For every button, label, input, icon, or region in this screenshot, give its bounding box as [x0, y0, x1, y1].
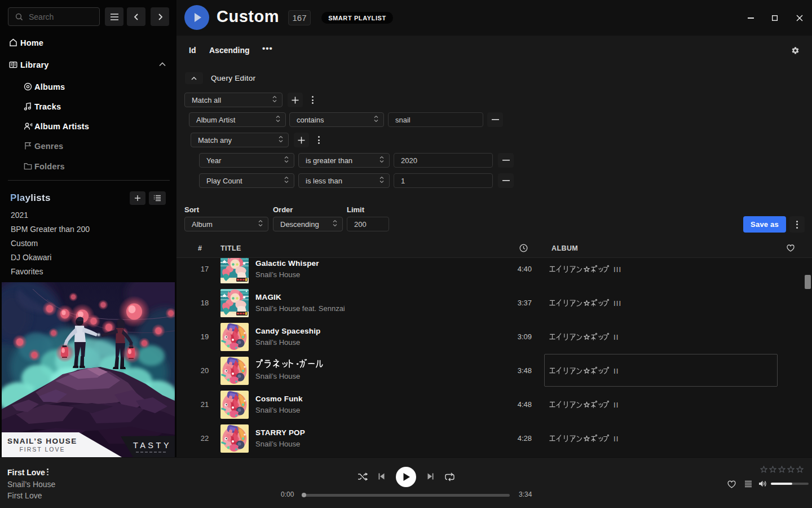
- svg-text:TASTY: TASTY: [133, 441, 171, 450]
- svg-text:FIRST LOVE: FIRST LOVE: [19, 446, 65, 453]
- svg-text:SNAIL’S HOUSE: SNAIL’S HOUSE: [7, 437, 77, 445]
